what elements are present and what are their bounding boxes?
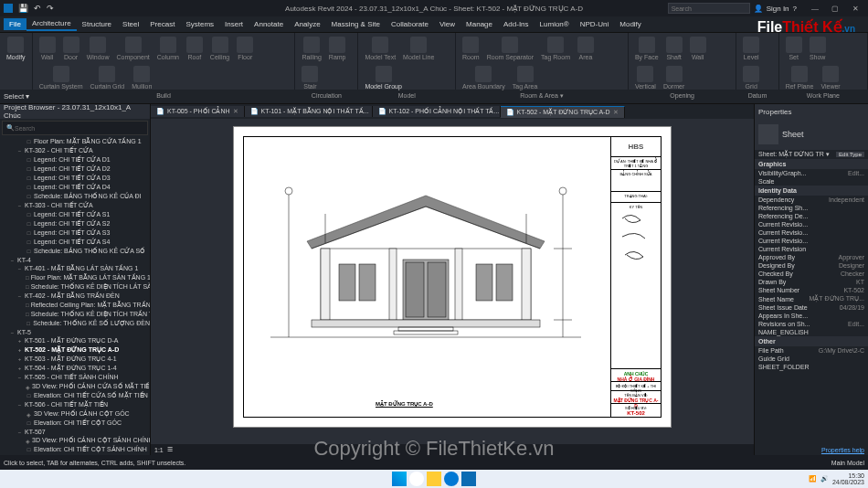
tree-item[interactable]: □Legend: CHI TIẾT CỬA D2	[0, 164, 150, 174]
explorer-icon[interactable]	[427, 472, 441, 486]
prop-row[interactable]: SHEET_FOLDER	[755, 363, 868, 371]
prop-row[interactable]: Current Revisio...	[755, 228, 868, 237]
ribbon-tab-precast[interactable]: Precast	[144, 18, 180, 30]
tree-item[interactable]: □Floor Plan: MẶT BẰNG CỬA TẦNG 1	[0, 137, 150, 146]
tree-item[interactable]: □Legend: CHI TIẾT CỬA S4	[0, 238, 150, 247]
minimize-button[interactable]: —	[806, 2, 824, 15]
doc-tab[interactable]: 📄KT-102 - PHỐI CẢNH NỘI THẤT TẦ...✕	[373, 106, 501, 117]
ribbon-tab-architecture[interactable]: Architecture	[26, 17, 77, 31]
tree-item[interactable]: □Floor Plan: MẶT BẰNG LÁT SÀN TẦNG 1	[0, 273, 150, 282]
prop-row[interactable]: Approved ByApprover	[755, 253, 868, 261]
prop-row[interactable]: NAME_ENGLISH	[755, 328, 868, 336]
prop-row[interactable]: Sheet NumberKT-502	[755, 286, 868, 294]
tree-item[interactable]: □Elevation: CHI TIẾT CỬA SỔ MẶT TIỀN	[0, 391, 150, 400]
ribbon-tab-analyze[interactable]: Analyze	[289, 18, 325, 30]
tree-item[interactable]: ◈3D View: PHỐI CẢNH CỘT GÓC	[0, 409, 150, 419]
ribbon-tab-lumion[interactable]: Lumion®	[535, 18, 575, 30]
tree-item[interactable]: −KT-302 - CHI TIẾT CỬA	[0, 146, 150, 155]
prop-row[interactable]: Checked ByChecker	[755, 270, 868, 278]
prop-row[interactable]: Referencing Sh...	[755, 204, 868, 212]
tree-item[interactable]: ◈3D View: PHỐI CẢNH CỘT SẢNH CHÍNH	[0, 436, 150, 445]
tree-item[interactable]: □Schedule: BẢNG THỐNG KÊ CỬA SỔ	[0, 247, 150, 256]
ribbon-tab-modify[interactable]: Modify	[614, 18, 647, 30]
close-tab-icon[interactable]: ✕	[233, 108, 238, 115]
ribbon-tab-insert[interactable]: Insert	[219, 18, 249, 30]
tree-item[interactable]: −KT-303 - CHI TIẾT CỬA	[0, 201, 150, 210]
tree-item[interactable]: □Schedule: BẢNG THỐNG KÊ CỦA ĐI	[0, 192, 150, 201]
view-control-bar[interactable]: 1:1 ☰	[151, 444, 754, 455]
user-icon[interactable]: 👤	[754, 5, 763, 13]
prop-row[interactable]: Current Revisio...	[755, 220, 868, 228]
vc-icon[interactable]: ☰	[167, 446, 173, 453]
tree-item[interactable]: □Schedule: THỐNG KÊ SỐ LƯỢNG ĐÈN	[0, 319, 150, 328]
tree-item[interactable]: −KT-5	[0, 328, 150, 336]
signin-link[interactable]: Sign In	[767, 5, 789, 13]
doc-tab[interactable]: 📄KT-101 - MẶT BẰNG NỘI THẤT TẦ...✕	[245, 106, 373, 117]
tree-item[interactable]: −KT-402 - MẶT BẰNG TRẦN ĐÈN	[0, 292, 150, 301]
tree-item[interactable]: □Legend: CHI TIẾT CỬA D4	[0, 183, 150, 192]
tree-item[interactable]: □Schedule: THỐNG KÊ DIỆN TÍCH TRẦN TẦNG	[0, 310, 150, 319]
edit-type-button[interactable]: Edit Type	[836, 152, 864, 157]
qat-redo-icon[interactable]: ↷	[47, 4, 54, 13]
ribbon-tab-structure[interactable]: Structure	[77, 18, 117, 30]
prop-row[interactable]: Sheet NameMẶT ĐỨNG TRỤ...	[755, 294, 868, 303]
start-icon[interactable]	[392, 472, 407, 486]
prop-row[interactable]: Guide Grid	[755, 355, 868, 363]
type-selector[interactable]: Sheet	[755, 119, 868, 150]
tree-item[interactable]: □Legend: CHI TIẾT CỬA D3	[0, 174, 150, 183]
tree-item[interactable]: −KT-506 - CHI TIẾT MẶT TIỀN	[0, 400, 150, 409]
title-search-input[interactable]	[668, 3, 750, 14]
tray-wifi-icon[interactable]: 📶	[809, 475, 817, 483]
tree-item[interactable]: □Reflected Ceiling Plan: MẶT BẰNG TRẦN Đ…	[0, 301, 150, 310]
search-taskbar-icon[interactable]	[409, 472, 424, 486]
prop-row[interactable]: Drawn ByKT	[755, 278, 868, 286]
prop-row[interactable]: Appears In She...	[755, 312, 868, 320]
ribbon-tab-systems[interactable]: Systems	[180, 18, 219, 30]
close-button[interactable]: ✕	[846, 2, 864, 15]
prop-row[interactable]: Sheet Issue Date04/28/19	[755, 303, 868, 312]
browser-search-input[interactable]: 🔍 Search	[2, 121, 148, 135]
prop-row[interactable]: Referencing De...	[755, 212, 868, 220]
tree-item[interactable]: □Legend: CHI TIẾT CỬA D1	[0, 155, 150, 164]
prop-row[interactable]: Designed ByDesigner	[755, 261, 868, 270]
ribbon-tab-npduni[interactable]: NPD-Uni	[575, 18, 615, 30]
properties-help-link[interactable]: Properties help	[755, 445, 868, 455]
tree-item[interactable]: −KT-4	[0, 256, 150, 264]
tree-item[interactable]: □Legend: CHI TIẾT CỬA S3	[0, 228, 150, 238]
ribbon-tab-manage[interactable]: Manage	[460, 18, 498, 30]
tree-item[interactable]: □Elevation: CHI TIẾT CỘT GÓC	[0, 419, 150, 428]
tree-item[interactable]: □Legend: CHI TIẾT CỬA S2	[0, 219, 150, 228]
prop-row[interactable]: Current Revisio...	[755, 237, 868, 245]
selector-field[interactable]: Sheet: MẶT ĐỨNG TR ▾	[758, 151, 836, 158]
select-dropdown[interactable]: Select ▾	[4, 92, 29, 101]
prop-row[interactable]: DependencyIndependent	[755, 196, 868, 204]
prop-row[interactable]: File PathG:\My Drive\2-C	[755, 346, 868, 355]
ribbon-model-group-button[interactable]: Model Group	[362, 64, 404, 91]
app-icon[interactable]	[4, 4, 13, 13]
tree-item[interactable]: ◈3D View: PHỐI CẢNH CỬA SỔ MẶT TIỀN	[0, 382, 150, 391]
maximize-button[interactable]: ▢	[826, 2, 844, 15]
tree-item[interactable]: −KT-507	[0, 428, 150, 436]
revit-taskbar-icon[interactable]	[461, 472, 476, 486]
ribbon-modify-button[interactable]: Modify	[4, 35, 28, 62]
prop-row[interactable]: Visibility/Graph...Edit...	[755, 169, 868, 177]
tree-item[interactable]: □Elevation: CHI TIẾT CỘT SẢNH CHÍNH	[0, 445, 150, 454]
tree-item[interactable]: −KT-401 - MẶT BẰNG LÁT SÀN TẦNG 1	[0, 264, 150, 273]
tree-item[interactable]: +KT-504 - MẶT ĐỨNG TRỤC 1-4	[0, 364, 150, 373]
drawing-canvas[interactable]: MẶT ĐỨNG TRỤC A-D HBS DỰ ÁN: THIẾT KẾ NH…	[151, 119, 754, 444]
qat-save-icon[interactable]: 💾	[18, 4, 28, 13]
prop-row[interactable]: Current Revision	[755, 245, 868, 253]
tree-item[interactable]: +KT-501 - MẶT ĐỨNG TRỤC D-A	[0, 336, 150, 345]
ribbon-tab-addins[interactable]: Add-Ins	[498, 18, 535, 30]
clock-date[interactable]: 24/08/2023	[832, 479, 864, 485]
clock-time[interactable]: 15:30	[832, 472, 864, 479]
close-tab-icon[interactable]: ✕	[613, 109, 619, 116]
prop-section-other[interactable]: Other	[755, 336, 868, 346]
tree-item[interactable]: +KT-502 - MẶT ĐỨNG TRỤC A-D	[0, 345, 150, 355]
prop-section-graphics[interactable]: Graphics	[755, 159, 868, 169]
ribbon-tab-massingsite[interactable]: Massing & Site	[326, 18, 386, 30]
ribbon-tab-collaborate[interactable]: Collaborate	[386, 18, 434, 30]
prop-row[interactable]: Scale	[755, 177, 868, 186]
tree-item[interactable]: □Schedule: THỐNG KÊ DIỆN TÍCH LÁT SÀN TẦ	[0, 282, 150, 292]
ribbon-tab-steel[interactable]: Steel	[117, 18, 144, 30]
